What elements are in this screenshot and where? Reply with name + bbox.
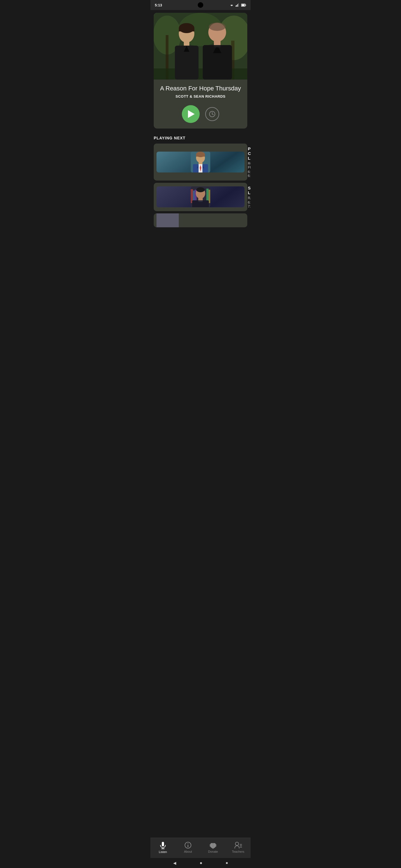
next-item-2-info: Somebody Loves You RAUL RIES 6:30 PM - 7… [248,186,251,208]
show-image [154,13,247,80]
svg-rect-6 [242,4,245,6]
next-item-1-thumb [156,152,245,173]
next-item-3-thumb [156,213,179,227]
main-show-card: A Reason For Hope Thursday SCOTT & SEAN … [154,13,247,128]
show-info: A Reason For Hope Thursday SCOTT & SEAN … [154,80,247,128]
next-item-2-host: RAUL RIES [248,196,251,200]
next-item-2-time: 6:30 PM - 7:00 PM [248,200,251,208]
playing-next-section: PLAYING NEXT [150,131,251,232]
playback-controls [158,105,243,123]
svg-rect-1 [236,5,237,7]
next-item-1-info: Practical Christian Living ROBERT FURROW… [248,146,251,178]
next-item-3-partial [154,213,247,227]
svg-rect-0 [236,6,236,7]
battery-icon [241,4,246,7]
play-button[interactable] [182,105,200,123]
svg-rect-16 [179,28,194,31]
svg-rect-44 [208,190,210,203]
robert-furrow-image [191,152,210,173]
svg-rect-32 [196,154,205,157]
svg-rect-49 [198,200,203,202]
next-item-2-title: Somebody Loves You [248,186,251,195]
status-bar: 5:13 [150,0,251,10]
svg-line-28 [212,114,213,115]
svg-rect-3 [238,3,239,7]
signal-icon [236,3,239,7]
clock-icon [209,111,216,117]
svg-point-46 [196,187,205,192]
content-wrapper: A Reason For Hope Thursday SCOTT & SEAN … [150,13,251,268]
camera-notch [198,2,203,8]
svg-rect-5 [246,4,246,6]
status-icons [229,3,246,7]
svg-rect-2 [237,4,238,7]
play-icon [188,110,195,118]
background-scene [154,13,247,80]
show-title: A Reason For Hope Thursday [158,85,243,93]
show-hosts: SCOTT & SEAN RICHARDS [158,94,243,98]
svg-rect-13 [154,68,247,80]
wifi-icon [229,3,234,7]
schedule-button[interactable] [205,107,219,121]
raul-ries-image [191,186,210,207]
svg-rect-25 [214,45,221,47]
next-item-1-host: ROBERT FURROW [248,162,251,169]
next-item-1[interactable]: Practical Christian Living ROBERT FURROW… [154,144,247,181]
status-time: 5:13 [155,3,162,7]
next-item-1-title: Practical Christian Living [248,146,251,160]
next-item-2[interactable]: Somebody Loves You RAUL RIES 6:30 PM - 7… [154,183,247,211]
svg-point-21 [209,23,226,31]
next-item-2-thumb [156,186,245,207]
playing-next-label: PLAYING NEXT [154,136,247,140]
next-item-1-time: 6:00 PM - 6:30 PM [248,170,251,178]
